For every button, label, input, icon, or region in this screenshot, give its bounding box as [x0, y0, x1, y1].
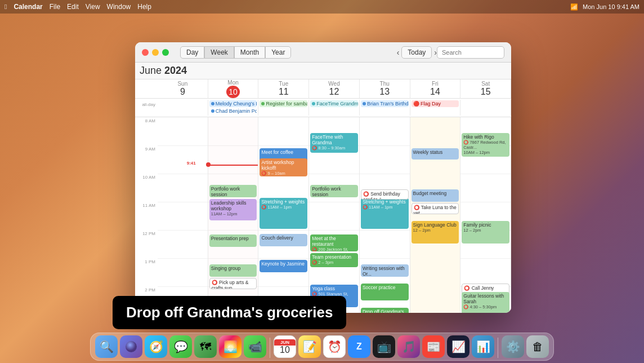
search-input[interactable]: [437, 46, 504, 59]
dock-stocks[interactable]: 📈: [447, 335, 469, 358]
day-num-5[interactable]: 14: [430, 87, 440, 97]
view-year[interactable]: Year: [265, 46, 291, 59]
allday-event-facetime[interactable]: FaceTime Grandma: [310, 100, 358, 107]
allday-label: all-day: [135, 100, 158, 107]
dock-facetime[interactable]: 📹: [244, 335, 266, 358]
event-birthday-card[interactable]: ⭕ Send birthday card to A...: [361, 189, 409, 200]
dock-trash[interactable]: 🗑: [526, 335, 549, 358]
dock: 🔍 🧭 💬 🗺 🌅 📹 JUN 10 📝 ⏰ Z 📺 🎵 📰 📈 📊 ⚙️ 🗑: [90, 333, 554, 361]
allday-title-melody: Melody Cheung's Birt...: [216, 101, 257, 107]
event-title: Portfolio work session: [312, 186, 356, 197]
allday-event-flagday[interactable]: 🔴 Flag Day: [412, 100, 459, 107]
event-title: Weekly status: [413, 149, 458, 155]
day-headers: Sun 9 Mon 10 Tue 11 Wed 12 Thu 13 Fri 14…: [135, 79, 511, 99]
event-portfolio-wed[interactable]: Portfolio work session: [310, 185, 358, 197]
event-presentation-prep[interactable]: Presentation prep: [209, 234, 257, 247]
event-hike-rigo[interactable]: Hike with Rigo ⭕ 7867 Redwood Rd, Castr.…: [462, 133, 509, 157]
allday-col-wed: FaceTime Grandma: [309, 100, 360, 116]
dock-calendar[interactable]: JUN 10: [274, 335, 296, 358]
day-col-wed: Wed 12: [309, 79, 360, 98]
dock-zoom[interactable]: Z: [348, 335, 370, 358]
dock-photos[interactable]: 🌅: [219, 335, 242, 358]
dock-keynote[interactable]: 📊: [472, 335, 494, 358]
menubar-file[interactable]: File: [50, 3, 60, 11]
dock-appletv[interactable]: 📺: [373, 335, 395, 358]
day-num-3[interactable]: 12: [329, 87, 339, 97]
day-num-6[interactable]: 15: [481, 87, 491, 97]
dock-launchpad[interactable]: [120, 335, 142, 358]
wifi-icon: 📶: [570, 3, 578, 11]
day-col-sun: Sun 9: [158, 79, 208, 98]
event-title: Soccer practice: [363, 285, 407, 290]
event-budget-meeting[interactable]: Budget meeting: [412, 189, 459, 202]
current-time-label: 9:41: [187, 161, 196, 166]
event-stretching-tue[interactable]: Stretching + weights ⭕ 11AM – 1pm: [260, 198, 307, 229]
menubar-window[interactable]: Window: [107, 3, 131, 11]
event-title: Meet at the restaurant: [312, 236, 356, 247]
event-stretching-thu[interactable]: Stretching + weights ⭕ 11AM – 1pm: [361, 198, 409, 229]
dock-safari[interactable]: 🧭: [145, 335, 167, 358]
titlebar: Day Week Month Year ‹ Today ›: [135, 42, 511, 63]
event-title: Artist workshop kickoff!: [261, 160, 306, 171]
event-keynote-jasmine[interactable]: Keynote by Jasmine: [260, 260, 307, 272]
event-artist-workshop[interactable]: Artist workshop kickoff! ⭕ 9 – 10am: [260, 158, 307, 176]
event-luna-vet[interactable]: ⭕ Take Luna to the vet: [412, 203, 459, 214]
dock-news[interactable]: 📰: [422, 335, 445, 358]
event-singing-group[interactable]: Singing group: [209, 264, 257, 277]
day-num-0[interactable]: 9: [180, 87, 185, 97]
allday-event-brian[interactable]: Brian Tran's Birthday: [361, 100, 409, 107]
event-title: Drop off Grandma's groceries: [363, 309, 407, 313]
view-month[interactable]: Month: [234, 46, 265, 59]
dock-system-preferences[interactable]: ⚙️: [502, 335, 524, 358]
view-day[interactable]: Day: [180, 46, 204, 59]
event-weekly-status[interactable]: Weekly status: [412, 148, 459, 160]
event-title: Stretching + weights: [261, 199, 306, 205]
event-restaurant[interactable]: Meet at the restaurant ⭕ 200 Jackson St,…: [310, 234, 358, 251]
event-portfolio-mon[interactable]: Portfolio work session: [209, 185, 257, 197]
event-sign-language[interactable]: Sign Language Club 12 – 2pm: [412, 221, 459, 244]
prev-button[interactable]: ‹: [397, 48, 400, 57]
year-label: 2024: [164, 65, 187, 76]
apple-icon[interactable]: : [5, 3, 7, 11]
dock-finder[interactable]: 🔍: [95, 335, 118, 358]
menubar-app-name[interactable]: Calendar: [14, 3, 42, 11]
event-title: Budget meeting: [413, 191, 458, 196]
day-col-tue: Tue 11: [258, 79, 309, 98]
menubar-help[interactable]: Help: [137, 3, 151, 11]
event-time: 12 – 2pm: [413, 228, 458, 233]
event-family-picnic[interactable]: Family picnic 12 – 2pm: [462, 221, 509, 244]
event-pickup-arts[interactable]: ⭕ Pick up arts & crafts sup...: [209, 278, 257, 289]
event-dropoff-groceries[interactable]: Drop off Grandma's groceries ⭕ 6pm: [361, 308, 409, 313]
event-facetime-grandma[interactable]: FaceTime with Grandma ⭕ 8:30 – 9:30am: [310, 133, 358, 153]
allday-dot-melody: [211, 102, 214, 105]
today-button[interactable]: Today: [401, 46, 432, 59]
event-guitar-lessons[interactable]: Guitar lessons with Sarah ⭕ 4:30 – 5:30p…: [462, 292, 509, 313]
event-time: ⭕ 9 – 10am: [261, 171, 306, 176]
view-week[interactable]: Week: [204, 46, 234, 59]
minimize-button[interactable]: [152, 49, 159, 56]
dock-messages[interactable]: 💬: [169, 335, 192, 358]
allday-title-flagday: 🔴 Flag Day: [413, 101, 441, 107]
allday-event-samba[interactable]: Register for samba class: [260, 100, 307, 107]
allday-event-chad[interactable]: Chad Benjamin Potter...: [209, 108, 257, 114]
dock-notes[interactable]: 📝: [298, 335, 321, 358]
dock-music[interactable]: 🎵: [397, 335, 420, 358]
event-team-presentation[interactable]: Team presentation ⭕ 2 – 3pm: [310, 253, 358, 267]
event-couch-delivery[interactable]: Couch delivery: [260, 234, 307, 246]
day-num-2[interactable]: 11: [279, 87, 289, 97]
day-num-1[interactable]: 10: [226, 86, 240, 98]
event-leadership[interactable]: Leadership skills workshop 11AM – 12pm: [209, 199, 257, 220]
menubar-view[interactable]: View: [86, 3, 100, 11]
maximize-button[interactable]: [162, 49, 169, 56]
event-soccer[interactable]: Soccer practice: [361, 284, 409, 300]
menubar-edit[interactable]: Edit: [67, 3, 79, 11]
dock-maps[interactable]: 🗺: [194, 335, 217, 358]
allday-event-melody[interactable]: Melody Cheung's Birt...: [209, 100, 257, 107]
time-labels: 8 AM 9 AM 10 AM 11 AM 12 PM 1 PM 2 PM 3 …: [135, 117, 158, 313]
day-num-4[interactable]: 13: [379, 87, 390, 97]
close-button[interactable]: [142, 49, 149, 56]
month-label: June: [140, 65, 162, 76]
event-writing-session[interactable]: Writing session with Or...: [361, 264, 409, 277]
day-col-sat-grid: Hike with Rigo ⭕ 7867 Redwood Rd, Castr.…: [460, 117, 511, 313]
dock-reminders[interactable]: ⏰: [323, 335, 346, 358]
